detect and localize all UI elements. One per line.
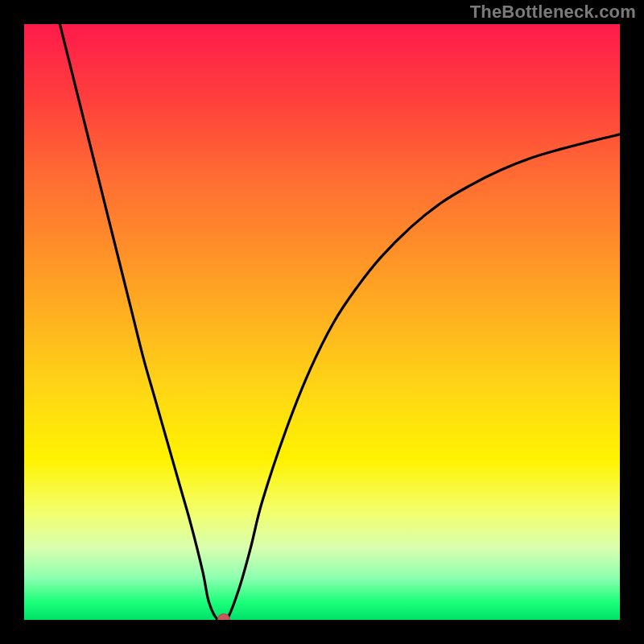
- watermark-text: TheBottleneck.com: [470, 2, 636, 23]
- plot-area: [24, 24, 620, 620]
- curve-line: [60, 24, 620, 620]
- bottleneck-curve: [24, 24, 620, 620]
- chart-frame: TheBottleneck.com: [0, 0, 644, 644]
